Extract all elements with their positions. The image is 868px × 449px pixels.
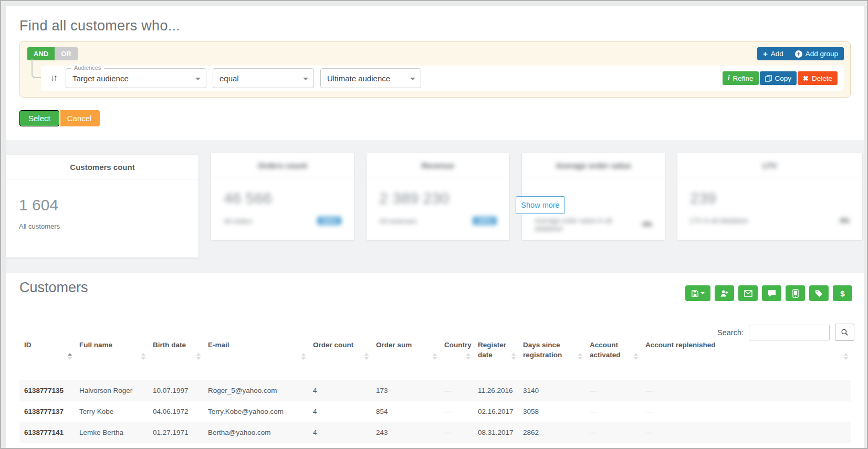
audience-field-value: Target audience	[72, 74, 129, 83]
cell-register-date: 11.26.2016	[473, 380, 518, 401]
cell-order-sum: 854	[371, 401, 440, 422]
col-header-label: Register date	[478, 341, 506, 359]
cancel-button[interactable]: Cancel	[58, 110, 100, 126]
col-header-register-date[interactable]: Register date	[473, 335, 518, 380]
show-more-button[interactable]: Show more	[516, 196, 565, 214]
send-email-button[interactable]	[738, 285, 758, 301]
sort-control	[634, 351, 638, 362]
table-row[interactable]: 6138777135 Halvorson Roger 10.07.1997 Ro…	[19, 380, 851, 401]
cell-id: 6138777137	[19, 401, 75, 422]
stat-card-title: Average order value	[522, 153, 665, 178]
cell-email: Terry.Kobe@yahoo.com	[203, 401, 308, 422]
audience-value-value: Ultimate audience	[327, 74, 390, 83]
stat-card-caption: All orders	[224, 217, 253, 225]
chat-icon	[768, 290, 776, 297]
table-row[interactable]: 6138777141 Lemke Bertha 01.27.1971 Berth…	[19, 422, 851, 443]
col-header-days-since-registration[interactable]: Days since registration	[518, 335, 585, 380]
audience-field-dropdown[interactable]: Audiences Target audience	[66, 68, 206, 88]
balance-button[interactable]: $	[833, 285, 852, 301]
cell-order-sum: 243	[371, 422, 440, 443]
sort-control	[141, 351, 145, 362]
audience-value-dropdown[interactable]: Ultimate audience	[320, 68, 421, 88]
cell-order-count: 4	[308, 401, 371, 422]
add-button-label: Add	[771, 50, 783, 58]
copy-button-label: Copy	[775, 74, 792, 82]
or-toggle[interactable]: OR	[55, 47, 78, 60]
stat-card-title: LTV	[677, 153, 862, 178]
stat-card-title: Orders count	[211, 153, 354, 178]
col-header-id[interactable]: ID	[19, 335, 75, 380]
refine-button[interactable]: i Refine	[723, 71, 759, 85]
stat-card-customers-count[interactable]: Customers count 1 604 All customers	[6, 155, 198, 258]
select-button[interactable]: Select	[19, 110, 59, 126]
send-sms-button[interactable]	[786, 285, 805, 301]
add-button[interactable]: + Add	[757, 47, 789, 60]
col-header-label: Order count	[313, 341, 353, 349]
col-header-account-replenished[interactable]: Account replenished	[641, 335, 851, 380]
copy-button[interactable]: Copy	[760, 71, 797, 85]
mobile-icon	[792, 289, 799, 298]
col-header-email[interactable]: E-mail	[203, 335, 308, 380]
tag-customers-button[interactable]	[809, 285, 829, 301]
send-chat-button[interactable]	[762, 285, 781, 301]
logic-toggle: AND OR	[27, 47, 78, 60]
stat-card-badge: 100%	[473, 217, 497, 225]
stat-card-orders-count[interactable]: Orders count 46 566 All orders 100%	[211, 153, 354, 240]
stat-card-ltv[interactable]: LTV 239 LTV in all database -9%	[677, 153, 862, 240]
email-icon	[744, 290, 752, 297]
stat-card-revenue[interactable]: Revenue 2 389 230 All revenues 100%	[367, 153, 509, 240]
stats-section: Customers count 1 604 All customers Orde…	[6, 140, 864, 273]
cell-birth-date: 10.07.1997	[148, 380, 203, 401]
col-header-full-name[interactable]: Full name	[75, 335, 148, 380]
stat-card-title: Revenue	[367, 153, 509, 178]
table-row[interactable]: 6138777137 Terry Kobe 04.06.1972 Terry.K…	[19, 401, 851, 422]
operator-dropdown[interactable]: equal	[213, 68, 314, 88]
sort-control	[68, 351, 72, 362]
col-header-label: E-mail	[208, 341, 229, 349]
cell-register-date: 02.16.2017	[473, 401, 518, 422]
add-customer-button[interactable]	[715, 285, 734, 301]
cell-id: 6138777141	[19, 422, 75, 443]
col-header-birth-date[interactable]: Birth date	[148, 335, 203, 380]
delete-button-label: Delete	[812, 74, 832, 82]
stat-card-value: 1 604	[19, 196, 186, 214]
col-header-country[interactable]: Country	[440, 335, 473, 380]
stat-card-caption: All revenues	[379, 217, 417, 225]
add-buttons-group: + Add + Add group	[757, 47, 844, 60]
add-user-icon	[720, 290, 729, 297]
cell-order-count: 4	[308, 380, 371, 401]
customers-section: Customers	[6, 273, 864, 449]
drag-reorder-icon[interactable]: ↓↑	[50, 73, 56, 83]
stat-card-badge: -9%	[839, 217, 850, 224]
customers-title: Customers	[19, 280, 88, 296]
stat-card-caption: Average order value in all database	[535, 217, 641, 232]
col-header-label: Days since registration	[523, 341, 562, 359]
col-header-order-count[interactable]: Order count	[308, 335, 371, 380]
save-segment-button[interactable]	[685, 285, 710, 301]
tag-icon	[815, 290, 823, 297]
col-header-label: Full name	[79, 341, 112, 349]
x-icon: ✖	[803, 74, 809, 82]
refine-button-label: Refine	[733, 74, 754, 82]
copy-icon	[765, 75, 772, 82]
add-group-button[interactable]: + Add group	[789, 47, 844, 60]
cell-days-since-registration: 3140	[518, 380, 585, 401]
cell-account-replenished: —	[641, 422, 851, 443]
col-header-label: Order sum	[376, 341, 412, 349]
cell-account-replenished: —	[641, 380, 851, 401]
col-header-account-activated[interactable]: Account activated	[585, 335, 641, 380]
cell-email: Roger_5@yahoo.com	[203, 380, 308, 401]
delete-button[interactable]: ✖ Delete	[798, 71, 838, 85]
col-header-label: Account activated	[590, 341, 621, 359]
cell-id: 6138777135	[19, 380, 75, 401]
add-group-button-label: Add group	[806, 50, 838, 58]
and-toggle[interactable]: AND	[27, 47, 55, 60]
col-header-label: Birth date	[153, 341, 186, 349]
col-header-order-sum[interactable]: Order sum	[371, 335, 440, 380]
dollar-icon: $	[840, 289, 844, 298]
page-title: Find all customers who...	[6, 6, 864, 41]
info-icon: i	[728, 74, 730, 82]
col-header-label: ID	[24, 341, 32, 349]
page: Find all customers who... AND OR + Add +…	[6, 6, 864, 449]
cell-country: —	[440, 422, 473, 443]
